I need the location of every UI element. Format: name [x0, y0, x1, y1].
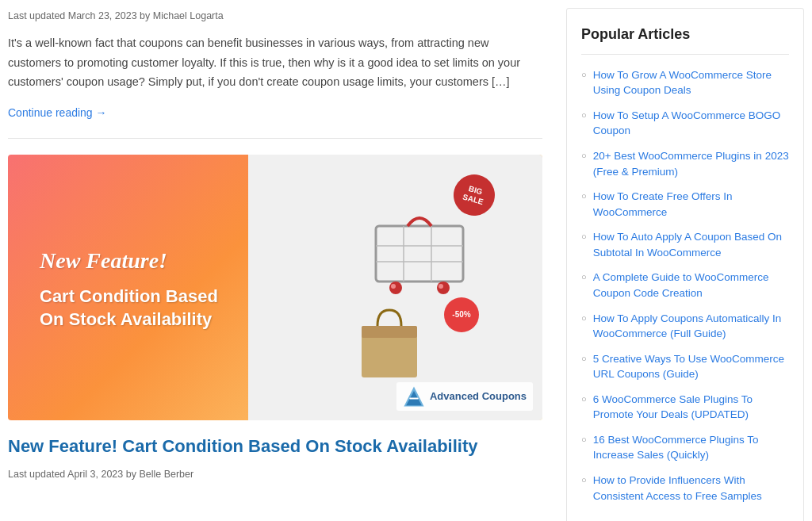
ac-logo-icon	[403, 385, 425, 408]
article-title-2[interactable]: New Feature! Cart Condition Based On Sto…	[8, 435, 542, 458]
sidebar: Popular Articles How To Grow A WooCommer…	[566, 0, 804, 521]
popular-list-item: 16 Best WooCommerce Plugins To Increase …	[581, 432, 789, 463]
svg-point-6	[437, 282, 450, 294]
popular-articles-list: How To Grow A WooCommerce Store Using Co…	[581, 67, 789, 504]
popular-article-link[interactable]: How To Apply Coupons Automatically In Wo…	[593, 311, 789, 342]
sidebar-box: Popular Articles How To Grow A WooCommer…	[566, 8, 804, 521]
main-content: Last updated March 23, 2023 by Michael L…	[8, 0, 542, 521]
featured-image-right: BIG SALE	[248, 155, 542, 420]
popular-list-item: A Complete Guide to WooCommerce Coupon C…	[581, 270, 789, 301]
popular-list-item: 20+ Best WooCommerce Plugins in 2023 (Fr…	[581, 148, 789, 179]
popular-list-item: How To Grow A WooCommerce Store Using Co…	[581, 67, 789, 98]
featured-image-left: New Feature! Cart Condition Based On Sto…	[8, 220, 248, 354]
article-card-2: New Feature! Cart Condition Based On Sto…	[8, 155, 542, 482]
popular-list-item: How To Auto Apply A Coupon Based On Subt…	[581, 229, 789, 260]
svg-rect-10	[362, 326, 417, 338]
svg-point-8	[439, 284, 443, 289]
popular-list-item: 5 Creative Ways To Use WooCommerce URL C…	[581, 351, 789, 382]
new-feature-text: New Feature!	[40, 243, 224, 279]
ac-logo: Advanced Coupons	[396, 382, 533, 411]
article-excerpt-1: It's a well-known fact that coupons can …	[8, 33, 542, 92]
popular-article-link[interactable]: 6 WooCommerce Sale Plugins To Promote Yo…	[593, 392, 789, 423]
popular-article-link[interactable]: A Complete Guide to WooCommerce Coupon C…	[593, 270, 789, 301]
popular-list-item: How to Provide Influencers With Consiste…	[581, 473, 789, 504]
article-divider	[8, 138, 542, 139]
popular-article-link[interactable]: How To Auto Apply A Coupon Based On Subt…	[593, 229, 789, 260]
popular-article-link[interactable]: How To Setup A WooCommerce BOGO Coupon	[593, 108, 789, 139]
svg-point-5	[389, 282, 402, 294]
popular-article-link[interactable]: 5 Creative Ways To Use WooCommerce URL C…	[593, 351, 789, 382]
shopping-bag-icon	[358, 304, 421, 389]
shopping-cart-icon	[360, 202, 479, 303]
article-meta-2: Last updated April 3, 2023 by Belle Berb…	[8, 466, 542, 482]
article-meta-1: Last updated March 23, 2023 by Michael L…	[8, 8, 542, 24]
continue-reading-link[interactable]: Continue reading →	[8, 104, 107, 121]
popular-article-link[interactable]: How to Provide Influencers With Consiste…	[593, 473, 789, 504]
svg-point-7	[391, 284, 396, 289]
ac-logo-text: Advanced Coupons	[430, 389, 527, 405]
popular-list-item: How To Apply Coupons Automatically In Wo…	[581, 311, 789, 342]
svg-rect-0	[376, 226, 463, 282]
popular-article-link[interactable]: How To Create Free Offers In WooCommerce	[593, 189, 789, 220]
feature-title-text: Cart Condition Based On Stock Availabili…	[40, 285, 224, 331]
popular-article-link[interactable]: 16 Best WooCommerce Plugins To Increase …	[593, 432, 789, 463]
popular-article-link[interactable]: How To Grow A WooCommerce Store Using Co…	[593, 67, 789, 98]
popular-list-item: 6 WooCommerce Sale Plugins To Promote Yo…	[581, 392, 789, 423]
svg-rect-13	[409, 397, 418, 399]
featured-image: New Feature! Cart Condition Based On Sto…	[8, 155, 542, 420]
sidebar-popular-title: Popular Articles	[581, 23, 789, 55]
popular-list-item: How To Setup A WooCommerce BOGO Coupon	[581, 108, 789, 139]
discount-badge: -50%	[444, 297, 479, 332]
article-card-1: Last updated March 23, 2023 by Michael L…	[8, 8, 542, 122]
popular-list-item: How To Create Free Offers In WooCommerce	[581, 189, 789, 220]
popular-article-link[interactable]: 20+ Best WooCommerce Plugins in 2023 (Fr…	[593, 148, 789, 179]
